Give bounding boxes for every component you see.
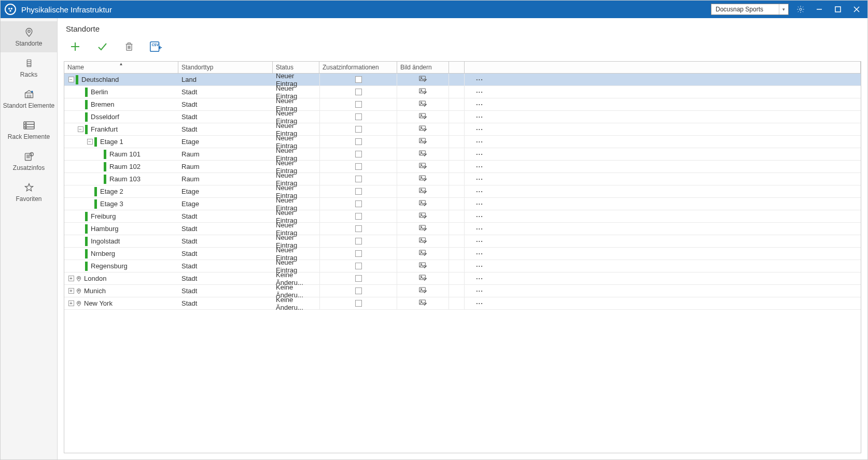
sidebar-item-standort-elemente[interactable]: Standort Elemente [1,83,57,114]
extra-info-checkbox[interactable] [355,188,362,195]
row-more-button[interactable]: ··· [465,260,861,272]
row-more-button[interactable]: ··· [465,74,861,85]
change-image-button[interactable] [419,286,427,295]
change-image-button[interactable] [419,249,427,258]
change-image-button[interactable] [419,199,427,208]
add-button[interactable] [68,39,82,54]
change-image-button[interactable] [419,162,427,171]
csv-import-button[interactable]: CSV [149,39,163,54]
sidebar-item-racks[interactable]: Racks [1,52,57,83]
extra-info-checkbox[interactable] [355,101,362,108]
table-row[interactable]: Raum 102RaumNeuer Eintrag··· [64,161,861,173]
table-row[interactable]: −DeutschlandLandNeuer Eintrag··· [64,74,861,86]
row-more-button[interactable]: ··· [465,161,861,172]
table-row[interactable]: NrnbergStadtNeuer Eintrag··· [64,248,861,260]
row-more-button[interactable]: ··· [465,223,861,235]
table-row[interactable]: DsseldorfStadtNeuer Eintrag··· [64,111,861,123]
row-more-button[interactable]: ··· [465,173,861,185]
sidebar-item-rack-elemente[interactable]: Rack Elemente [1,114,57,146]
table-row[interactable]: Etage 3EtageNeuer Eintrag··· [64,198,861,210]
extra-info-checkbox[interactable] [355,300,362,307]
row-more-button[interactable]: ··· [465,148,861,160]
table-row[interactable]: Raum 101RaumNeuer Eintrag··· [64,148,861,161]
table-row[interactable]: +New YorkStadtKeine Änderu...··· [64,297,861,310]
table-row[interactable]: RegensburgStadtNeuer Eintrag··· [64,260,861,272]
extra-info-checkbox[interactable] [355,76,362,83]
extra-info-checkbox[interactable] [355,126,362,133]
change-image-button[interactable] [419,262,427,270]
extra-info-checkbox[interactable] [355,275,362,282]
tree-expander[interactable]: − [78,126,83,132]
settings-button[interactable] [794,3,807,16]
row-more-button[interactable]: ··· [465,297,861,309]
extra-info-checkbox[interactable] [355,138,362,145]
table-row[interactable]: BremenStadtNeuer Eintrag··· [64,98,861,111]
change-image-button[interactable] [419,125,427,134]
tree-expander[interactable]: − [68,77,74,82]
column-header-status[interactable]: Status [273,62,319,73]
table-row[interactable]: +MunichStadtKeine Änderu...··· [64,285,861,297]
extra-info-checkbox[interactable] [355,89,362,95]
row-more-button[interactable]: ··· [465,285,861,297]
row-more-button[interactable]: ··· [465,235,861,247]
change-image-button[interactable] [419,299,427,308]
sidebar-item-standorte[interactable]: Standorte [1,21,57,52]
delete-button[interactable] [122,39,136,54]
close-button[interactable] [850,3,863,16]
extra-info-checkbox[interactable] [355,151,362,157]
extra-info-checkbox[interactable] [355,263,362,269]
row-more-button[interactable]: ··· [465,136,861,148]
confirm-button[interactable] [95,39,109,54]
change-image-button[interactable] [419,112,427,121]
change-image-button[interactable] [419,100,427,109]
table-row[interactable]: −Etage 1EtageNeuer Eintrag··· [64,136,861,148]
extra-info-checkbox[interactable] [355,225,362,232]
row-more-button[interactable]: ··· [465,98,861,110]
extra-info-checkbox[interactable] [355,113,362,120]
row-more-button[interactable]: ··· [465,210,861,222]
extra-info-checkbox[interactable] [355,250,362,257]
change-image-button[interactable] [419,150,427,159]
extra-info-checkbox[interactable] [355,238,362,245]
row-more-button[interactable]: ··· [465,86,861,98]
change-image-button[interactable] [419,224,427,233]
change-image-button[interactable] [419,187,427,196]
table-row[interactable]: BerlinStadtNeuer Eintrag··· [64,86,861,98]
change-image-button[interactable] [419,175,427,183]
sidebar-item-favoriten[interactable]: Favoriten [1,177,57,208]
change-image-button[interactable] [419,75,427,84]
table-row[interactable]: IngolstadtStadtNeuer Eintrag··· [64,235,861,248]
change-image-button[interactable] [419,88,427,96]
tenant-dropdown[interactable]: Docusnap Sports ▾ [711,4,789,15]
extra-info-checkbox[interactable] [355,200,362,207]
row-more-button[interactable]: ··· [465,272,861,284]
minimize-button[interactable] [813,3,826,16]
row-more-button[interactable]: ··· [465,185,861,197]
change-image-button[interactable] [419,137,427,146]
sidebar-item-zusatzinfos[interactable]: Zusatzinfos [1,146,57,177]
change-image-button[interactable] [419,274,427,283]
row-more-button[interactable]: ··· [465,111,861,123]
extra-info-checkbox[interactable] [355,288,362,294]
table-row[interactable]: FreiburgStadtNeuer Eintrag··· [64,210,861,223]
table-row[interactable]: HamburgStadtNeuer Eintrag··· [64,223,861,235]
table-row[interactable]: Raum 103RaumNeuer Eintrag··· [64,173,861,185]
row-more-button[interactable]: ··· [465,248,861,260]
tree-expander[interactable]: + [68,300,74,306]
change-image-button[interactable] [419,237,427,246]
change-image-button[interactable] [419,212,427,221]
table-row[interactable]: Etage 2EtageNeuer Eintrag··· [64,185,861,198]
column-header-type[interactable]: Standorttyp [178,62,273,73]
row-more-button[interactable]: ··· [465,123,861,135]
extra-info-checkbox[interactable] [355,213,362,220]
column-header-name[interactable]: Name ▲ [64,62,178,73]
tree-expander[interactable]: + [68,288,74,294]
column-header-extra[interactable]: Zusatzinformationen [319,62,397,73]
table-row[interactable]: +LondonStadtKeine Änderu...··· [64,272,861,285]
extra-info-checkbox[interactable] [355,176,362,182]
row-more-button[interactable]: ··· [465,198,861,210]
column-header-image[interactable]: Bild ändern [397,62,449,73]
extra-info-checkbox[interactable] [355,163,362,170]
maximize-button[interactable] [831,3,845,16]
tree-expander[interactable]: + [68,276,74,281]
